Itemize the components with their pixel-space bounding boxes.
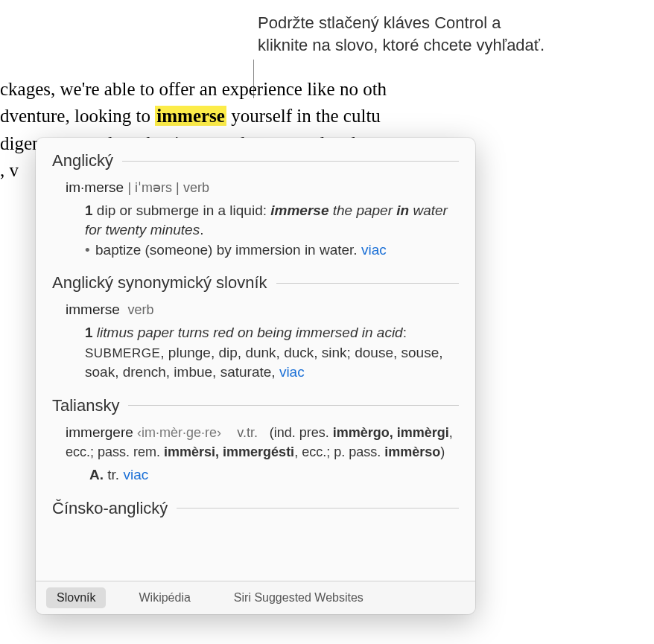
document-line-2-pre: dventure, looking to (0, 106, 155, 126)
footer-tab-siri[interactable]: Siri Suggested Websites (223, 587, 374, 608)
section-heading-chinese: Čínsko-anglický (52, 499, 459, 518)
definition-block-thesaurus: 1 litmus paper turns red on being immers… (66, 323, 459, 383)
def-number-thes: 1 (85, 325, 93, 340)
document-line-2: dventure, looking to immerse yourself in… (0, 103, 387, 130)
section-title-thesaurus: Anglický synonymický slovník (52, 273, 267, 293)
syllabified-italian: ‹im·mèr·ge·re› (137, 425, 221, 440)
entry-english: im·merse | iˈmərs | verb 1 dip or submer… (52, 178, 459, 260)
document-line-1: ckages, we're able to offer an experienc… (0, 76, 387, 103)
document-line-2-post: yourself in the cultu (226, 106, 381, 126)
headword-italian: immergere (66, 424, 133, 440)
pos-english: verb (183, 180, 209, 195)
conj-1: immèrgo, immèrgi (333, 425, 449, 440)
sub-definition-english: baptize (someone) by immersion in water.… (85, 240, 459, 261)
popup-content: Anglický im·merse | iˈmərs | verb 1 dip … (36, 138, 475, 581)
conj-2: immèrsi, immergésti (164, 444, 294, 459)
section-heading-english: Anglický (52, 151, 459, 170)
example-thesaurus: litmus paper turns red on being immersed… (97, 325, 403, 340)
entry-thesaurus: immerse verb 1 litmus paper turns red on… (52, 300, 459, 382)
section-title-english: Anglický (52, 151, 113, 170)
section-rule (177, 508, 459, 508)
definition-block-italian: A. tr. viac (66, 465, 459, 485)
example-mid: the paper (328, 203, 396, 218)
callout-line2: kliknite na slovo, ktoré chcete vyhľadať… (258, 36, 545, 54)
headword-english: im·merse (66, 179, 124, 195)
pos-italian: v.tr. (237, 425, 258, 440)
callout-line1: Podržte stlačený kláves Control a (258, 13, 501, 32)
example-bold-2: in (396, 203, 409, 218)
section-rule (128, 405, 459, 406)
sub-def-text: baptize (someone) by immersion in water. (95, 242, 358, 258)
section-title-chinese: Čínsko-anglický (52, 499, 168, 518)
popup-footer: Slovník Wikipédia Siri Suggested Website… (36, 581, 475, 614)
footer-tab-wikipedia[interactable]: Wikipédia (128, 587, 200, 608)
section-heading-thesaurus: Anglický synonymický slovník (52, 273, 459, 293)
headword-thesaurus: immerse (66, 302, 120, 317)
def-text: dip or submerge in a liquid: (97, 203, 270, 218)
section-rule (122, 161, 459, 162)
more-link-italian[interactable]: viac (123, 467, 148, 482)
conj-end: ) (440, 444, 445, 459)
more-link-thesaurus[interactable]: viac (279, 364, 305, 380)
conj-intro: (ind. pres. (270, 425, 333, 440)
more-link-english[interactable]: viac (361, 242, 387, 258)
entry-italian: immergere ‹im·mèr·ge·re› v.tr. (ind. pre… (52, 423, 459, 485)
def-number: 1 (85, 203, 93, 218)
sub-letter-italian: A. (89, 467, 104, 482)
pronunciation-english: | iˈmərs | (127, 180, 179, 195)
example-bold-1: immerse (270, 203, 328, 218)
section-title-italian: Taliansky (52, 396, 119, 415)
definition-block-english: 1 dip or submerge in a liquid: immerse t… (66, 201, 459, 261)
pos-thesaurus: verb (127, 302, 153, 317)
conj-mid2: , ecc.; p. pass. (294, 444, 384, 459)
footer-tab-dictionary[interactable]: Slovník (46, 587, 106, 608)
primary-synonym: SUBMERGE (85, 346, 160, 360)
lookup-popup: Anglický im·merse | iˈmərs | verb 1 dip … (36, 138, 475, 614)
sub-text-italian: tr. (107, 467, 119, 482)
section-heading-italian: Taliansky (52, 396, 459, 415)
highlighted-word[interactable]: immerse (155, 106, 226, 126)
section-rule (276, 283, 459, 284)
callout-instruction: Podržte stlačený kláves Control a klikni… (258, 12, 578, 56)
conj-3: immèrso (384, 444, 440, 459)
